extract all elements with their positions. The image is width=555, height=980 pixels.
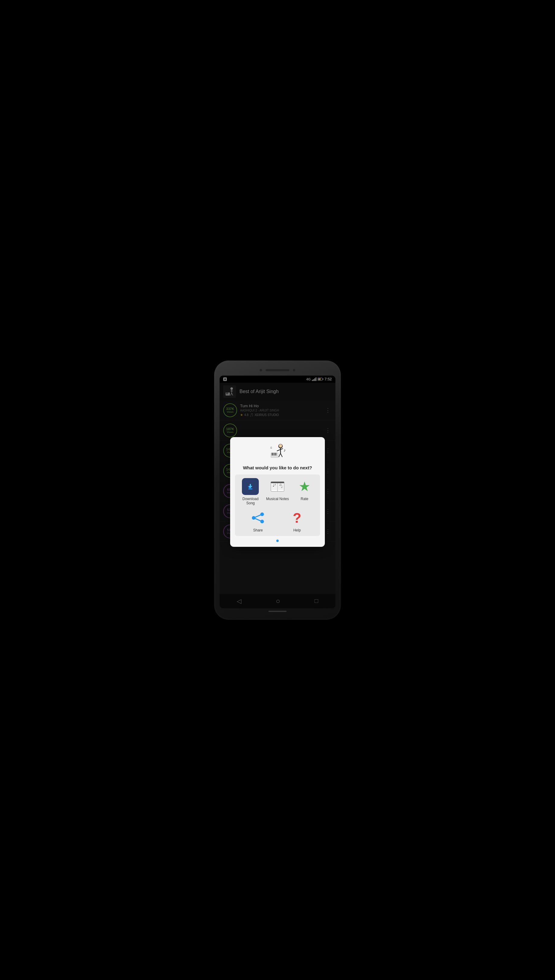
modal-question: What would you like to do next? xyxy=(243,465,312,470)
rate-icon: ★ xyxy=(296,478,313,495)
phone-bottom-hardware xyxy=(220,608,335,614)
svg-line-47 xyxy=(253,514,262,518)
front-camera xyxy=(260,369,262,372)
svg-text:♪: ♪ xyxy=(284,448,286,452)
svg-rect-19 xyxy=(275,453,276,456)
musical-notes-icon: ♩ ♪ ♫ ♩ xyxy=(269,478,286,495)
help-icon: ? xyxy=(289,510,306,526)
download-icon xyxy=(242,478,259,495)
musical-notes-label: Musical Notes xyxy=(266,497,289,501)
phone-device: ▦ 4G ⚡ 7:52 xyxy=(214,361,341,620)
modal-actions-grid: DownloadSong xyxy=(235,475,320,536)
svg-point-10 xyxy=(279,444,282,448)
svg-rect-24 xyxy=(249,488,252,489)
help-button[interactable]: ? Help xyxy=(289,510,306,532)
download-song-label: DownloadSong xyxy=(242,497,258,505)
svg-rect-17 xyxy=(272,453,273,456)
top-speaker xyxy=(265,369,290,371)
svg-text:♫: ♫ xyxy=(270,446,273,449)
help-label: Help xyxy=(293,528,301,532)
svg-rect-26 xyxy=(250,484,251,488)
modal-row-1: DownloadSong xyxy=(239,478,317,505)
phone-screen: ▦ 4G ⚡ 7:52 xyxy=(220,376,335,608)
share-label: Share xyxy=(253,528,263,532)
svg-rect-18 xyxy=(274,453,274,456)
modal-mascot: ♪ ♫ xyxy=(268,443,287,463)
svg-line-48 xyxy=(253,518,262,521)
modal-overlay: ♪ ♫ What would you like to do next? xyxy=(220,376,335,608)
download-song-button[interactable]: DownloadSong xyxy=(242,478,259,505)
phone-top-hardware xyxy=(220,366,335,374)
rate-label: Rate xyxy=(301,497,308,501)
svg-line-14 xyxy=(279,453,281,457)
musical-notes-button[interactable]: ♩ ♪ ♫ ♩ Musical Notes xyxy=(266,478,289,505)
svg-rect-43 xyxy=(271,482,284,483)
sensor xyxy=(293,369,295,372)
pagination-dots xyxy=(276,540,279,542)
mascot-svg: ♪ ♫ xyxy=(268,443,287,460)
modal-dialog: ♪ ♫ What would you like to do next? xyxy=(230,437,325,547)
svg-line-15 xyxy=(281,453,282,457)
svg-line-12 xyxy=(277,449,281,451)
modal-row-2: Share ? Help xyxy=(239,510,317,532)
rate-button[interactable]: ★ Rate xyxy=(296,478,313,505)
share-icon xyxy=(249,510,266,526)
svg-text:♩: ♩ xyxy=(281,485,282,488)
dot-active xyxy=(276,540,279,542)
share-button[interactable]: Share xyxy=(249,510,266,532)
